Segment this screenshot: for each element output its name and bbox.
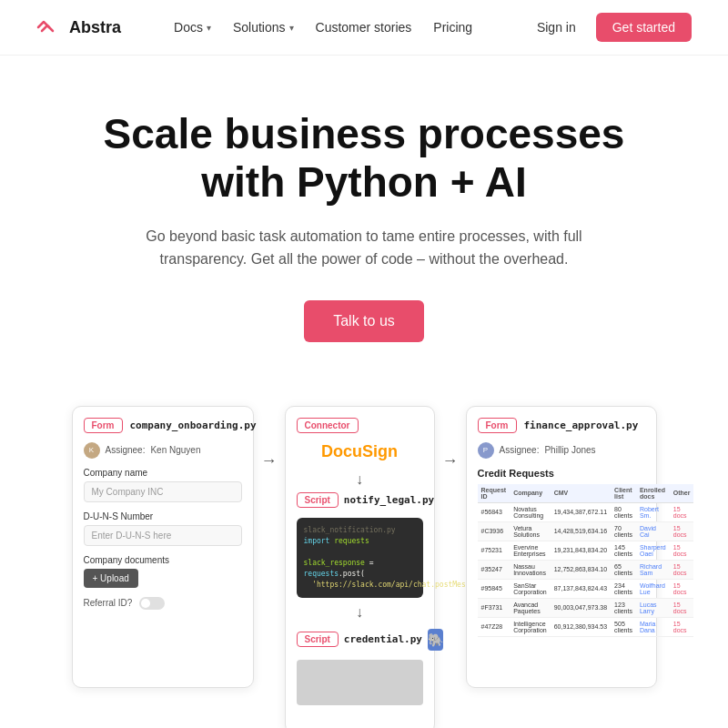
connector-panel: Connector DocuSign ↓ Script notify_legal…	[285, 406, 435, 728]
table-cell: 14,428,519,634.16	[551, 521, 611, 541]
credential-row: Script credential.py 🐘	[297, 629, 423, 651]
code-block: slack_notification.py import requests sl…	[297, 518, 423, 598]
table-cell: 80 clients	[611, 502, 636, 521]
table-cell: 15 docs	[670, 579, 694, 598]
col-header: Request ID	[478, 484, 511, 503]
logo-text: Abstra	[69, 18, 121, 37]
referral-row: Referral ID?	[84, 597, 242, 610]
table-cell: David Cai	[636, 521, 670, 541]
col-header: Enrolled docs	[636, 484, 670, 503]
field-documents: Company documents + Upload	[84, 555, 242, 588]
table-cell: 12,752,863,834.10	[551, 560, 611, 579]
field-input[interactable]: Enter D-U-N-S here	[84, 525, 242, 546]
finance-panel: Form finance_approval.py P Assignee: Phi…	[466, 406, 657, 688]
hero-section: Scale business processes with Python + A…	[0, 56, 728, 379]
table-cell: #F3731	[478, 598, 511, 617]
table-cell: 234 clients	[611, 579, 636, 598]
table-cell: Evervine Enterprises	[510, 541, 551, 560]
field-label: Company documents	[84, 555, 242, 565]
upload-button[interactable]: + Upload	[84, 569, 138, 588]
table-row: #95845SanStar Corporation87,137,843,824.…	[478, 579, 694, 598]
table-cell: Richard Sam	[636, 560, 670, 579]
assignee-label: Assignee:	[500, 445, 540, 455]
nav-solutions[interactable]: Solutions ▾	[224, 15, 303, 40]
arrow-right-1: →	[254, 451, 285, 470]
nav-links: Docs ▾ Solutions ▾ Customer stories Pric…	[165, 15, 499, 40]
referral-toggle[interactable]	[139, 597, 165, 610]
field-label: D-U-N-S Number	[84, 511, 242, 521]
form-tag: Form	[84, 418, 123, 433]
chevron-down-icon: ▾	[207, 23, 211, 33]
table-cell: Sharperd Oaei	[636, 541, 670, 560]
table-cell: 15 docs	[670, 617, 694, 636]
script-header: Script notify_legal.py	[297, 490, 423, 511]
avatar: P	[478, 442, 494, 459]
table-cell: 70 clients	[611, 521, 636, 541]
field-company-name: Company name My Company INC	[84, 468, 242, 502]
field-input[interactable]: My Company INC	[84, 481, 242, 502]
table-cell: Nassau Innovations	[510, 560, 551, 579]
table-cell: Wolfhard Lue	[636, 579, 670, 598]
table-row: #56843Novatus Consulting19,434,387,672.1…	[478, 502, 694, 521]
table-cell: 65 clients	[611, 560, 636, 579]
assignee-label: Assignee:	[106, 445, 146, 455]
nav-docs[interactable]: Docs ▾	[165, 15, 220, 40]
finance-filename: finance_approval.py	[524, 420, 639, 431]
table-row: #35247Nassau Innovations12,752,863,834.1…	[478, 560, 694, 579]
credential-script-tag: Script	[297, 632, 339, 647]
table-cell: 19,434,387,672.11	[551, 502, 611, 521]
assignee-row: K Assignee: Ken Nguyen	[84, 442, 242, 459]
form-filename: company_onboarding.py	[130, 420, 257, 431]
table-cell: 15 docs	[670, 598, 694, 617]
table-cell: 15 docs	[670, 521, 694, 541]
nav-pricing[interactable]: Pricing	[424, 15, 481, 40]
chevron-down-icon: ▾	[289, 23, 294, 33]
table-row: #47Z28Intelligence Corporation60,912,380…	[478, 617, 694, 636]
table-row: #75231Evervine Enterprises19,231,843,834…	[478, 541, 694, 560]
table-cell: #47Z28	[478, 617, 511, 636]
docusign-logo: DocuSign	[297, 442, 423, 461]
table-cell: #56843	[478, 502, 511, 521]
table-cell: #75231	[478, 541, 511, 560]
col-header: CMV	[551, 484, 611, 503]
nav-customer-stories[interactable]: Customer stories	[307, 15, 421, 40]
table-cell: 60,912,380,934.53	[551, 617, 611, 636]
finance-assignee-row: P Assignee: Phillip Jones	[478, 442, 645, 459]
col-header: Client list	[611, 484, 636, 503]
table-cell: #95845	[478, 579, 511, 598]
table-cell: Vetura Solutions	[510, 521, 551, 541]
table-cell: 145 clients	[611, 541, 636, 560]
gray-placeholder	[297, 660, 423, 705]
panel-header: Form finance_approval.py	[478, 418, 645, 433]
arrow-down-1: ↓	[297, 472, 423, 487]
credential-icon: 🐘	[428, 629, 443, 651]
hero-subtitle: Go beyond basic task automation to tame …	[146, 225, 582, 271]
col-header: Company	[510, 484, 551, 503]
table-cell: Avancad Paquetes	[510, 598, 551, 617]
arrow-right-2: →	[435, 451, 466, 470]
table-row: #F3731Avancad Paquetes90,003,047,973.381…	[478, 598, 694, 617]
get-started-button[interactable]: Get started	[596, 13, 692, 42]
logo[interactable]: Abstra	[36, 18, 121, 37]
assignee-name: Ken Nguyen	[150, 445, 200, 455]
script-filename: notify_legal.py	[344, 494, 434, 506]
hero-title: Scale business processes with Python + A…	[91, 110, 637, 207]
table-cell: 15 docs	[670, 560, 694, 579]
cta-button[interactable]: Talk to us	[304, 300, 424, 342]
sign-in-button[interactable]: Sign in	[528, 15, 585, 40]
field-duns: D-U-N-S Number Enter D-U-N-S here	[84, 511, 242, 546]
form-panel-1: Form company_onboarding.py K Assignee: K…	[72, 406, 254, 688]
logo-icon	[36, 18, 62, 36]
table-cell: Maria Dana	[636, 617, 670, 636]
table-cell: Robert Sm.	[636, 502, 670, 521]
table-cell: 87,137,843,824.43	[551, 579, 611, 598]
table-cell: Lucas Larry	[636, 598, 670, 617]
table-cell: Novatus Consulting	[510, 502, 551, 521]
table-cell: Intelligence Corporation	[510, 617, 551, 636]
nav-actions: Sign in Get started	[528, 13, 692, 42]
table-cell: 505 clients	[611, 617, 636, 636]
table-cell: 90,003,047,973.38	[551, 598, 611, 617]
diagram-area: Form company_onboarding.py K Assignee: K…	[0, 379, 728, 728]
table-row: #C3936Vetura Solutions14,428,519,634.167…	[478, 521, 694, 541]
panel-header: Connector	[297, 418, 423, 433]
